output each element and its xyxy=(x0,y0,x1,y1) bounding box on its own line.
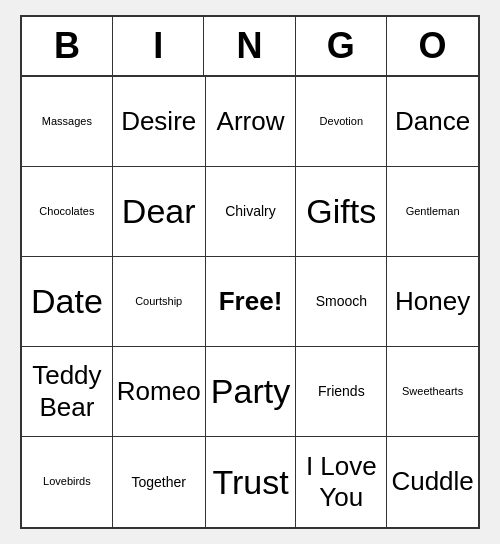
bingo-cell: I Love You xyxy=(296,437,387,527)
bingo-header: BINGO xyxy=(22,17,478,77)
cell-text: I Love You xyxy=(300,451,382,513)
cell-text: Dear xyxy=(122,191,196,232)
cell-text: Dance xyxy=(395,106,470,137)
cell-text: Smooch xyxy=(316,293,367,310)
bingo-cell: Friends xyxy=(296,347,387,437)
cell-text: Trust xyxy=(212,462,288,503)
cell-text: Courtship xyxy=(135,295,182,308)
bingo-cell: Smooch xyxy=(296,257,387,347)
cell-text: Gentleman xyxy=(406,205,460,218)
bingo-cell: Cuddle xyxy=(387,437,478,527)
bingo-cell: Lovebirds xyxy=(22,437,113,527)
bingo-cell: Together xyxy=(113,437,206,527)
bingo-cell: Gifts xyxy=(296,167,387,257)
bingo-cell: Chocolates xyxy=(22,167,113,257)
bingo-cell: Arrow xyxy=(206,77,297,167)
cell-text: Honey xyxy=(395,286,470,317)
cell-text: Arrow xyxy=(217,106,285,137)
bingo-cell: Honey xyxy=(387,257,478,347)
header-letter: I xyxy=(113,17,204,75)
cell-text: Date xyxy=(31,281,103,322)
cell-text: Desire xyxy=(121,106,196,137)
header-letter: O xyxy=(387,17,478,75)
cell-text: Massages xyxy=(42,115,92,128)
bingo-cell: Trust xyxy=(206,437,297,527)
cell-text: Friends xyxy=(318,383,365,400)
bingo-cell: Gentleman xyxy=(387,167,478,257)
bingo-cell: Romeo xyxy=(113,347,206,437)
header-letter: G xyxy=(296,17,387,75)
cell-text: Romeo xyxy=(117,376,201,407)
header-letter: B xyxy=(22,17,113,75)
bingo-cell: Devotion xyxy=(296,77,387,167)
bingo-cell: Sweethearts xyxy=(387,347,478,437)
bingo-cell: Date xyxy=(22,257,113,347)
bingo-cell: Dance xyxy=(387,77,478,167)
cell-text: Free! xyxy=(219,286,283,317)
bingo-card: BINGO MassagesDesireArrowDevotionDanceCh… xyxy=(20,15,480,529)
cell-text: Devotion xyxy=(320,115,363,128)
cell-text: Party xyxy=(211,371,290,412)
cell-text: Cuddle xyxy=(391,466,473,497)
bingo-cell: Teddy Bear xyxy=(22,347,113,437)
header-letter: N xyxy=(204,17,295,75)
cell-text: Chivalry xyxy=(225,203,276,220)
bingo-cell: Free! xyxy=(206,257,297,347)
bingo-cell: Desire xyxy=(113,77,206,167)
cell-text: Lovebirds xyxy=(43,475,91,488)
cell-text: Sweethearts xyxy=(402,385,463,398)
bingo-cell: Party xyxy=(206,347,297,437)
bingo-cell: Courtship xyxy=(113,257,206,347)
bingo-cell: Massages xyxy=(22,77,113,167)
cell-text: Together xyxy=(131,474,185,491)
cell-text: Chocolates xyxy=(39,205,94,218)
cell-text: Gifts xyxy=(306,191,376,232)
bingo-grid: MassagesDesireArrowDevotionDanceChocolat… xyxy=(22,77,478,527)
bingo-cell: Chivalry xyxy=(206,167,297,257)
cell-text: Teddy Bear xyxy=(26,360,108,422)
bingo-cell: Dear xyxy=(113,167,206,257)
